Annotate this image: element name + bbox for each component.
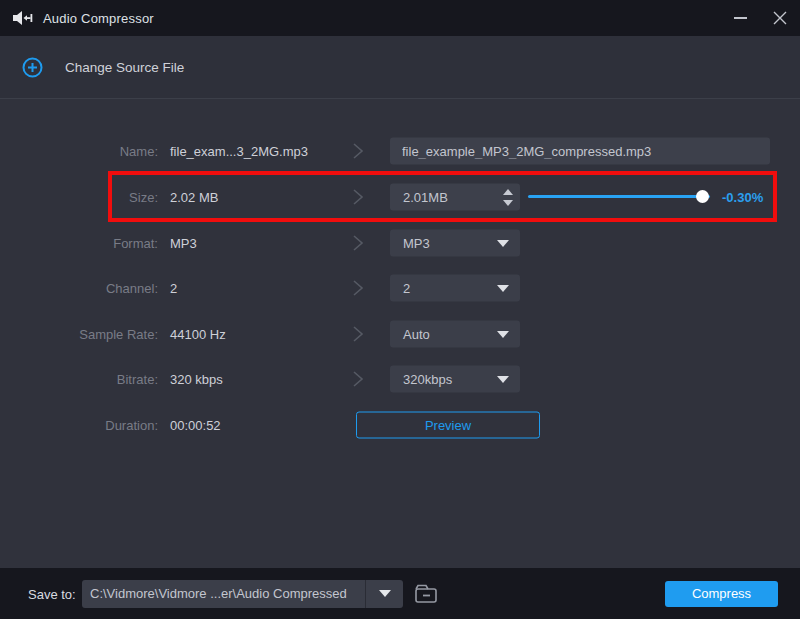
chevron-right-icon xyxy=(350,188,366,206)
save-path-combo xyxy=(82,580,403,608)
sample-rate-selected-value: Auto xyxy=(403,327,430,342)
spinner-up-icon[interactable] xyxy=(503,189,513,195)
row-name: Name: file_exam...3_2MG.mp3 xyxy=(0,128,800,174)
format-select[interactable]: MP3 xyxy=(390,230,520,257)
window-controls xyxy=(720,0,800,36)
bitrate-label: Bitrate: xyxy=(0,372,158,387)
folder-icon xyxy=(413,583,439,605)
footer-bar: Save to: Compress xyxy=(0,568,800,619)
chevron-down-icon xyxy=(497,331,509,338)
bitrate-select[interactable]: 320kbps xyxy=(390,366,520,393)
add-circle-icon xyxy=(22,57,43,78)
format-selected-value: MP3 xyxy=(403,236,430,251)
target-size-value: 2.01MB xyxy=(403,190,448,205)
chevron-down-icon xyxy=(497,376,509,383)
duration-label: Duration: xyxy=(0,418,158,433)
chevron-right-icon xyxy=(350,370,366,388)
size-slider[interactable] xyxy=(528,190,710,204)
bitrate-selected-value: 320kbps xyxy=(403,372,452,387)
sample-rate-source-value: 44100 Hz xyxy=(170,327,226,342)
spinner-down-icon[interactable] xyxy=(503,200,513,206)
compression-settings-panel: Name: file_exam...3_2MG.mp3 Size: 2.02 M… xyxy=(0,100,800,568)
minimize-icon xyxy=(734,17,747,19)
chevron-right-icon xyxy=(350,325,366,343)
format-label: Format: xyxy=(0,236,158,251)
open-folder-button[interactable] xyxy=(413,583,439,605)
chevron-down-icon xyxy=(379,590,391,597)
save-to-label: Save to: xyxy=(28,586,76,601)
name-source-value: file_exam...3_2MG.mp3 xyxy=(170,144,308,159)
window-title: Audio Compressor xyxy=(43,11,154,26)
row-duration: Duration: 00:00:52 Preview xyxy=(0,402,800,448)
size-slider-track[interactable] xyxy=(528,195,710,198)
source-header: Change Source File xyxy=(0,36,800,99)
change-source-file-button[interactable]: Change Source File xyxy=(22,57,184,78)
channel-select[interactable]: 2 xyxy=(390,275,520,302)
name-label: Name: xyxy=(0,144,158,159)
duration-value: 00:00:52 xyxy=(170,418,221,433)
change-source-file-label: Change Source File xyxy=(65,60,184,75)
save-path-input[interactable] xyxy=(82,580,365,608)
chevron-right-icon xyxy=(350,234,366,252)
title-bar: Audio Compressor xyxy=(0,0,800,36)
preview-button[interactable]: Preview xyxy=(356,412,540,439)
speaker-compress-icon xyxy=(13,10,33,26)
row-size: Size: 2.02 MB 2.01MB -0.30% xyxy=(0,174,800,220)
channel-selected-value: 2 xyxy=(403,281,410,296)
close-button[interactable] xyxy=(760,0,800,36)
spinner-arrows xyxy=(503,189,513,206)
bitrate-source-value: 320 kbps xyxy=(170,372,223,387)
row-sample-rate: Sample Rate: 44100 Hz Auto xyxy=(0,311,800,357)
size-label: Size: xyxy=(0,190,158,205)
close-icon xyxy=(773,11,787,25)
channel-label: Channel: xyxy=(0,281,158,296)
chevron-right-icon xyxy=(350,142,366,160)
size-slider-thumb[interactable] xyxy=(696,190,709,203)
save-path-dropdown-button[interactable] xyxy=(365,580,403,608)
minimize-button[interactable] xyxy=(720,0,760,36)
chevron-down-icon xyxy=(497,285,509,292)
sample-rate-select[interactable]: Auto xyxy=(390,321,520,348)
target-size-spinner[interactable]: 2.01MB xyxy=(390,184,520,211)
compress-button[interactable]: Compress xyxy=(665,581,778,607)
size-source-value: 2.02 MB xyxy=(170,190,218,205)
row-format: Format: MP3 MP3 xyxy=(0,220,800,266)
row-bitrate: Bitrate: 320 kbps 320kbps xyxy=(0,356,800,402)
row-channel: Channel: 2 2 xyxy=(0,265,800,311)
chevron-down-icon xyxy=(497,240,509,247)
output-name-input[interactable] xyxy=(390,138,770,165)
channel-source-value: 2 xyxy=(170,281,177,296)
size-reduction-percent: -0.30% xyxy=(722,190,763,205)
format-source-value: MP3 xyxy=(170,236,197,251)
sample-rate-label: Sample Rate: xyxy=(0,327,158,342)
chevron-right-icon xyxy=(350,279,366,297)
audio-compressor-window: Audio Compressor Change Source File xyxy=(0,0,800,619)
